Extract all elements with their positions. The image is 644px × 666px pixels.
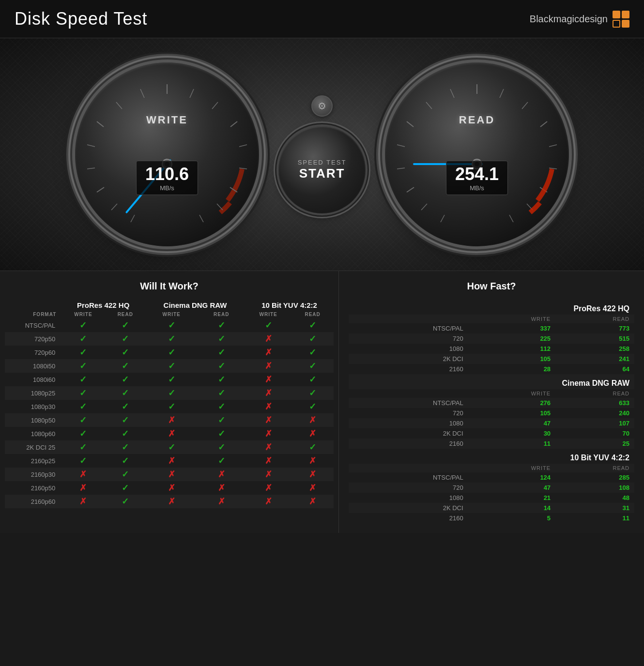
app-header: Disk Speed Test Blackmagicdesign	[0, 0, 644, 38]
check-mark: ✓	[61, 346, 105, 359]
prores-header: ProRes 422 HQ	[61, 300, 145, 310]
row-label: 1080i50	[5, 359, 61, 373]
svg-line-31	[407, 121, 414, 127]
table-row: 2160p30✗✓✗✗✗✗	[5, 468, 334, 481]
read-value: 258	[555, 344, 634, 354]
gear-icon: ⚙	[318, 100, 326, 112]
svg-line-35	[421, 204, 427, 210]
row-label: 1080	[349, 493, 468, 503]
read-value: 285	[555, 472, 634, 483]
read-value: 515	[555, 333, 634, 344]
group-title-row: ProRes 422 HQ	[349, 300, 634, 315]
svg-line-2	[212, 102, 218, 109]
check-mark: ✓	[291, 440, 334, 454]
check-mark: ✓	[145, 359, 198, 373]
prores-read-header: READ	[106, 310, 145, 318]
svg-line-30	[426, 102, 432, 109]
list-item: 2K DCI1431	[349, 503, 634, 513]
write-gauge-label: WRITE	[146, 114, 188, 126]
list-item: 21602864	[349, 364, 634, 374]
check-mark: ✓	[106, 400, 145, 413]
col-header	[349, 389, 468, 398]
write-gauge: WRITE 110.6 MB/s	[75, 62, 259, 246]
cross-mark: ✗	[245, 440, 291, 454]
cross-mark: ✗	[291, 413, 334, 427]
start-sublabel: SPEED TEST	[298, 159, 347, 166]
write-value: 14	[468, 503, 555, 513]
row-label: 720p50	[5, 332, 61, 346]
check-mark: ✓	[198, 332, 245, 346]
row-label: 2160p60	[5, 495, 61, 508]
check-mark: ✓	[106, 481, 145, 495]
svg-line-3	[230, 121, 237, 127]
table-row: 1080p50✓✓✗✓✗✗	[5, 413, 334, 427]
table-row: 1080p30✓✓✓✓✗✓	[5, 400, 334, 413]
check-mark: ✓	[61, 332, 105, 346]
table-row: 2160p25✓✓✗✓✗✗	[5, 454, 334, 468]
row-label: 720p60	[5, 346, 61, 359]
write-value: 47	[468, 483, 555, 493]
svg-line-21	[500, 89, 504, 98]
check-mark: ✓	[198, 346, 245, 359]
col-header	[349, 464, 468, 472]
brand-icon-sq1	[613, 11, 620, 18]
list-item: 1080112258	[349, 344, 634, 354]
check-mark: ✓	[106, 495, 145, 508]
row-label: 2K DCI	[349, 503, 468, 513]
list-item: 2160511	[349, 513, 634, 523]
cross-mark: ✗	[245, 386, 291, 400]
svg-line-10	[116, 102, 122, 109]
write-value: 30	[468, 428, 555, 439]
read-gauge-label: READ	[459, 114, 495, 126]
start-button[interactable]: SPEED TEST START	[278, 126, 366, 213]
cross-mark: ✗	[145, 468, 198, 481]
col-header: WRITE	[468, 315, 555, 323]
cross-mark: ✗	[245, 373, 291, 386]
col-header-row: WRITEREAD	[349, 389, 634, 398]
start-label: START	[299, 166, 345, 181]
check-mark: ✓	[145, 332, 198, 346]
check-mark: ✓	[198, 400, 245, 413]
read-value: 108	[555, 483, 634, 493]
check-mark: ✓	[145, 440, 198, 454]
cross-mark: ✗	[291, 468, 334, 481]
svg-line-14	[97, 187, 104, 192]
row-label: 1080p50	[5, 413, 61, 427]
check-mark: ✓	[106, 318, 145, 332]
yuv-write-header: WRITE	[245, 310, 291, 318]
write-value: 112	[468, 344, 555, 354]
check-mark: ✓	[106, 427, 145, 440]
svg-line-34	[407, 187, 414, 192]
cross-mark: ✗	[61, 481, 105, 495]
cross-mark: ✗	[61, 468, 105, 481]
settings-button[interactable]: ⚙	[311, 95, 333, 117]
format-col-header: FORMAT	[5, 310, 61, 318]
cross-mark: ✗	[145, 481, 198, 495]
read-value: 633	[555, 398, 634, 408]
read-value: 773	[555, 323, 634, 333]
read-value: 11	[555, 513, 634, 523]
row-label: 2160p50	[5, 481, 61, 495]
check-mark: ✓	[198, 373, 245, 386]
check-mark: ✓	[106, 454, 145, 468]
row-label: NTSC/PAL	[349, 472, 468, 483]
will-it-work-table: ProRes 422 HQ Cinema DNG RAW 10 Bit YUV …	[5, 300, 334, 508]
row-label: 2K DCI 25	[5, 440, 61, 454]
read-value: 70	[555, 428, 634, 439]
write-value-box: 110.6 MB/s	[136, 161, 198, 195]
svg-line-32	[397, 145, 405, 147]
check-mark: ✓	[291, 346, 334, 359]
svg-line-36	[441, 215, 445, 222]
row-label: 1080p25	[5, 386, 61, 400]
check-mark: ✓	[198, 359, 245, 373]
row-label: 1080p30	[5, 400, 61, 413]
table-row: 720p50✓✓✓✓✗✓	[5, 332, 334, 346]
col-header: READ	[555, 464, 634, 472]
svg-line-15	[111, 204, 117, 210]
col-header-row: WRITEREAD	[349, 464, 634, 472]
read-value: 64	[555, 364, 634, 374]
write-value: 5	[468, 513, 555, 523]
check-mark: ✓	[198, 427, 245, 440]
write-value: 28	[468, 364, 555, 374]
check-mark: ✓	[61, 318, 105, 332]
